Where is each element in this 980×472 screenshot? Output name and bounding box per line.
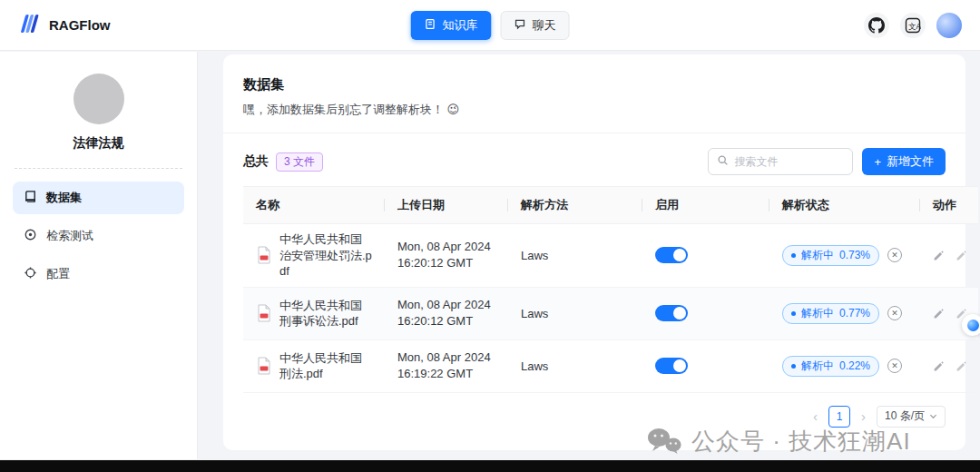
cancel-parse-button[interactable]: ✕ <box>887 359 902 373</box>
cancel-parse-button[interactable]: ✕ <box>887 248 902 262</box>
enable-cell <box>642 224 769 288</box>
page-size-select[interactable]: 10 条/页 <box>877 406 946 428</box>
column-header: 解析状态 <box>769 187 920 224</box>
progress-text: 0.73% <box>839 249 870 261</box>
file-name-cell[interactable]: 中华人民共和国刑事诉讼法.pdf <box>243 287 385 339</box>
github-button[interactable] <box>864 13 889 38</box>
nav-chat-label: 聊天 <box>533 17 556 34</box>
watermark-text: 公众号 · 技术狂潮AI <box>691 426 911 457</box>
cancel-parse-button[interactable]: ✕ <box>887 306 902 320</box>
current-page[interactable]: 1 <box>828 406 850 428</box>
parse-status-badge: 解析中 0.73% <box>782 245 879 266</box>
top-header: RAGFlow 知识库 聊天 <box>0 0 980 51</box>
file-name[interactable]: 中华人民共和国刑法.pdf <box>279 350 372 382</box>
parse-status-badge: 解析中 0.77% <box>782 303 879 324</box>
nav-knowledge-base-label: 知识库 <box>443 17 478 34</box>
sidebar-item-dataset-label: 数据集 <box>46 190 82 206</box>
prev-page-button[interactable]: ‹ <box>811 408 819 424</box>
datasets-table: 名称上传日期解析方法启用解析状态动作 中华人民共和国治安管理处罚法.pdf Mo… <box>243 186 978 393</box>
edit-icon[interactable] <box>933 360 945 372</box>
file-count-badge: 3 文件 <box>276 152 323 172</box>
actions-cell <box>920 339 978 392</box>
translate-icon: 文A <box>905 17 921 34</box>
enable-toggle[interactable] <box>655 247 688 263</box>
rename-icon[interactable] <box>956 250 967 261</box>
knowledge-base-name: 法律法规 <box>13 135 184 152</box>
enable-cell <box>642 339 769 392</box>
add-file-button[interactable]: + 新增文件 <box>862 148 946 175</box>
pagination: ‹ 1 › 10 条/页 <box>243 406 946 428</box>
floating-widget-button[interactable] <box>962 314 980 336</box>
parse-status-badge: 解析中 0.22% <box>782 356 879 377</box>
sidebar-item-configuration[interactable]: 配置 <box>13 258 184 290</box>
search-input[interactable] <box>734 155 834 168</box>
upload-date-cell: Mon, 08 Apr 2024 16:20:12 GMT <box>385 287 508 339</box>
chevron-down-icon <box>929 412 937 420</box>
upload-date: Mon, 08 Apr 2024 16:20:12 GMT <box>397 240 491 270</box>
upload-date-cell: Mon, 08 Apr 2024 16:20:12 GMT <box>385 224 508 288</box>
floating-widget-icon <box>967 320 979 331</box>
table-row[interactable]: 中华人民共和国刑法.pdf Mon, 08 Apr 2024 16:19:22 … <box>243 339 978 392</box>
parse-method-cell: Laws <box>508 287 642 339</box>
parse-status-cell: 解析中 0.22% ✕ <box>769 339 920 392</box>
file-name[interactable]: 中华人民共和国治安管理处罚法.pdf <box>279 231 372 280</box>
sidebar-item-retrieval-test-label: 检索测试 <box>46 228 93 244</box>
dataset-panel: 数据集 嘿，添加数据集后别忘了调整解析块！ 😉 总共 3 文件 + 新增文件 <box>223 54 965 450</box>
file-name-cell[interactable]: 中华人民共和国刑法.pdf <box>243 339 385 392</box>
dataset-icon <box>24 190 37 206</box>
rename-icon[interactable] <box>956 360 967 372</box>
main-nav: 知识库 聊天 <box>411 11 570 40</box>
progress-text: 0.22% <box>839 359 870 372</box>
toggle-knob <box>673 249 686 261</box>
upload-date-cell: Mon, 08 Apr 2024 16:19:22 GMT <box>385 339 508 392</box>
enable-toggle[interactable] <box>655 358 688 374</box>
status-text: 解析中 <box>801 306 834 321</box>
parse-method-cell: Laws <box>508 224 642 288</box>
edit-icon[interactable] <box>933 308 945 320</box>
actions-cell <box>920 224 978 288</box>
pdf-file-icon <box>256 357 272 375</box>
page-subtitle: 嘿，添加数据集后别忘了调整解析块！ 😉 <box>243 102 946 118</box>
ragflow-logo-icon <box>18 13 42 38</box>
column-header: 启用 <box>642 187 769 224</box>
file-search-box <box>708 148 853 175</box>
column-header: 动作 <box>920 187 978 224</box>
column-header: 名称 <box>243 187 385 224</box>
upload-date: Mon, 08 Apr 2024 16:20:12 GMT <box>397 298 491 328</box>
settings-icon <box>24 266 37 282</box>
upload-date: Mon, 08 Apr 2024 16:19:22 GMT <box>397 350 491 380</box>
status-dot <box>791 364 796 369</box>
parse-method: Laws <box>521 307 548 320</box>
toggle-knob <box>673 307 686 320</box>
knowledge-base-avatar <box>74 74 124 124</box>
next-page-button[interactable]: › <box>859 408 867 424</box>
file-name[interactable]: 中华人民共和国刑事诉讼法.pdf <box>279 298 372 329</box>
datasets-table-body: 中华人民共和国治安管理处罚法.pdf Mon, 08 Apr 2024 16:2… <box>243 224 978 393</box>
nav-chat-button[interactable]: 聊天 <box>501 11 570 40</box>
user-avatar[interactable] <box>936 13 962 38</box>
chat-icon <box>514 18 526 33</box>
sidebar-item-retrieval-test[interactable]: 检索测试 <box>13 220 184 252</box>
dataset-toolbar: 总共 3 文件 + 新增文件 <box>243 148 946 175</box>
enable-toggle[interactable] <box>655 305 688 321</box>
plus-icon: + <box>874 155 881 169</box>
sidebar-item-dataset[interactable]: 数据集 <box>13 182 184 214</box>
nav-knowledge-base-button[interactable]: 知识库 <box>411 11 492 40</box>
add-file-label: 新增文件 <box>887 153 934 170</box>
sidebar-item-configuration-label: 配置 <box>46 266 70 282</box>
page-title: 数据集 <box>243 76 946 93</box>
language-switch-button[interactable]: 文A <box>900 13 926 38</box>
status-dot <box>791 253 796 258</box>
file-name-cell[interactable]: 中华人民共和国治安管理处罚法.pdf <box>243 224 385 288</box>
table-header-row: 名称上传日期解析方法启用解析状态动作 <box>243 187 978 224</box>
column-header: 解析方法 <box>508 187 642 224</box>
brand: RAGFlow <box>18 13 111 38</box>
status-text: 解析中 <box>801 248 834 263</box>
watermark: 公众号 · 技术狂潮AI <box>646 426 911 457</box>
table-row[interactable]: 中华人民共和国治安管理处罚法.pdf Mon, 08 Apr 2024 16:2… <box>243 224 978 288</box>
table-row[interactable]: 中华人民共和国刑事诉讼法.pdf Mon, 08 Apr 2024 16:20:… <box>243 287 978 339</box>
edit-icon[interactable] <box>933 250 945 261</box>
wechat-icon <box>646 427 682 457</box>
parse-method-cell: Laws <box>508 339 642 392</box>
bottom-black-bar <box>0 460 980 472</box>
